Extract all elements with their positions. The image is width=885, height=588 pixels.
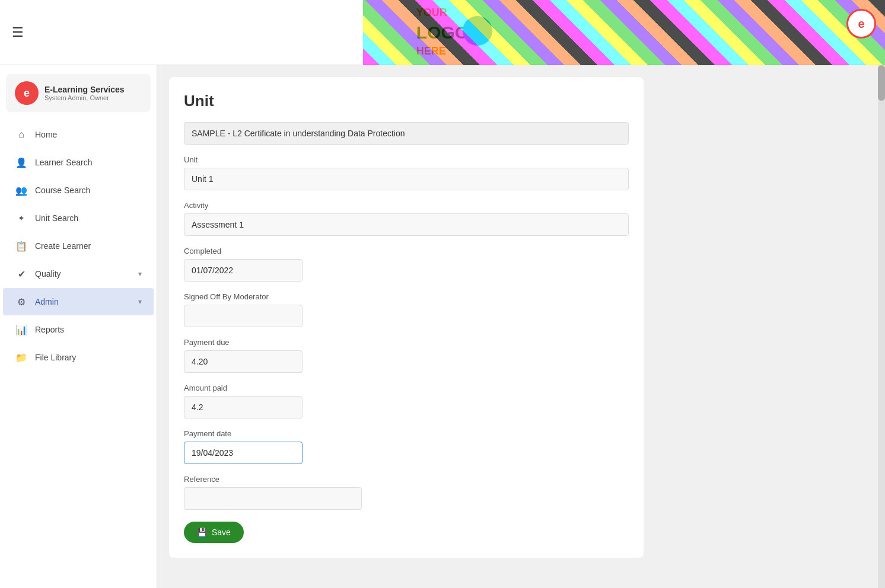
completed-input[interactable] [184, 259, 303, 282]
unit-input[interactable] [184, 168, 629, 190]
sidebar-item-reports[interactable]: 📊 Reports [3, 316, 154, 343]
sidebar-item-unit-search[interactable]: ✦ Unit Search [3, 204, 154, 232]
header-logo-icon: e [846, 9, 876, 39]
completed-label: Completed [184, 247, 629, 255]
sidebar-item-label: Course Search [35, 186, 142, 195]
sidebar-item-create-learner[interactable]: 📋 Create Learner [3, 232, 154, 260]
course-search-icon: 👥 [15, 184, 28, 197]
save-button[interactable]: 💾 Save [184, 522, 244, 543]
sidebar-item-label: Create Learner [35, 241, 142, 251]
sidebar-item-label: Learner Search [35, 158, 142, 167]
create-learner-icon: 📋 [15, 239, 28, 253]
signed-off-input[interactable] [184, 305, 303, 327]
amount-paid-label: Amount paid [184, 384, 629, 392]
admin-icon: ⚙ [15, 295, 28, 308]
sidebar-item-label: Reports [35, 325, 142, 334]
quality-icon: ✔ [15, 267, 28, 280]
payment-date-input[interactable] [184, 442, 303, 464]
payment-date-label: Payment date [184, 429, 629, 438]
main-layout: e E-Learning Services System Admin, Owne… [0, 65, 885, 588]
activity-input[interactable] [184, 213, 629, 236]
save-icon: 💾 [197, 528, 207, 537]
page-title: Unit [184, 92, 629, 110]
amount-paid-input[interactable] [184, 396, 303, 418]
activity-field: Activity [184, 201, 629, 236]
payment-date-field: Payment date [184, 429, 629, 464]
user-role: System Admin, Owner [44, 94, 142, 101]
home-icon: ⌂ [15, 128, 28, 141]
user-card: e E-Learning Services System Admin, Owne… [6, 74, 151, 112]
signed-off-field: Signed Off By Moderator [184, 292, 629, 327]
sidebar: e E-Learning Services System Admin, Owne… [0, 65, 157, 588]
sidebar-item-file-library[interactable]: 📁 File Library [3, 344, 154, 371]
header-banner: e [363, 0, 885, 65]
scrollbar-thumb[interactable] [878, 65, 885, 101]
unit-label: Unit [184, 155, 629, 164]
learner-search-icon: 👤 [15, 156, 28, 169]
main-content: Unit Unit Activity Completed [157, 65, 885, 588]
payment-due-input[interactable] [184, 350, 303, 373]
sidebar-item-course-search[interactable]: 👥 Course Search [3, 177, 154, 204]
content-card: Unit Unit Activity Completed [169, 77, 644, 558]
amount-paid-field: Amount paid [184, 384, 629, 418]
unit-search-icon: ✦ [15, 212, 28, 225]
payment-due-field: Payment due [184, 338, 629, 373]
completed-field: Completed [184, 247, 629, 282]
sidebar-nav: ⌂ Home 👤 Learner Search 👥 Course Search … [0, 121, 157, 371]
reports-icon: 📊 [15, 323, 28, 336]
sidebar-item-learner-search[interactable]: 👤 Learner Search [3, 149, 154, 176]
header: ☰ YOUR LOGO HERE e [0, 0, 885, 65]
sidebar-item-label: Home [35, 130, 142, 139]
scrollbar-track [878, 65, 885, 588]
sidebar-item-admin[interactable]: ⚙ Admin ▾ [3, 288, 154, 315]
course-input[interactable] [184, 122, 629, 145]
sidebar-item-label: Admin [35, 297, 131, 306]
user-info: E-Learning Services System Admin, Owner [44, 85, 142, 101]
avatar: e [15, 81, 39, 105]
course-field [184, 122, 629, 145]
activity-label: Activity [184, 201, 629, 210]
sidebar-item-label: Unit Search [35, 213, 142, 223]
reference-label: Reference [184, 475, 629, 484]
reference-input[interactable] [184, 487, 362, 510]
save-label: Save [212, 528, 231, 537]
sidebar-item-label: File Library [35, 353, 142, 362]
chevron-down-icon: ▾ [138, 298, 142, 306]
sidebar-item-label: Quality [35, 269, 131, 279]
user-org: E-Learning Services [44, 85, 142, 94]
payment-due-label: Payment due [184, 338, 629, 347]
signed-off-label: Signed Off By Moderator [184, 292, 629, 301]
hamburger-button[interactable]: ☰ [12, 25, 24, 40]
sidebar-item-quality[interactable]: ✔ Quality ▾ [3, 260, 154, 287]
file-library-icon: 📁 [15, 351, 28, 364]
reference-field: Reference [184, 475, 629, 510]
sidebar-item-home[interactable]: ⌂ Home [3, 121, 154, 148]
unit-field: Unit [184, 155, 629, 190]
chevron-down-icon: ▾ [138, 270, 142, 278]
